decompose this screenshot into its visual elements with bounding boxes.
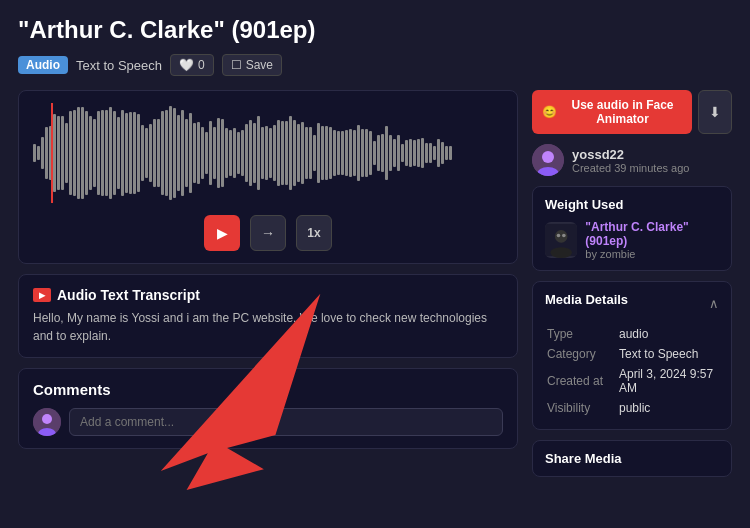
waveform-bar bbox=[213, 127, 216, 178]
waveform-bar bbox=[265, 126, 268, 179]
waveform-bar bbox=[393, 139, 396, 168]
waveform-bar bbox=[253, 123, 256, 184]
waveform-bar bbox=[145, 128, 148, 178]
svg-point-1 bbox=[42, 414, 52, 424]
right-panel: 😊 Use audio in Face Animator ⬇ y bbox=[532, 90, 732, 528]
face-animator-button[interactable]: 😊 Use audio in Face Animator bbox=[532, 90, 692, 134]
download-button[interactable]: ⬇ bbox=[698, 90, 732, 134]
waveform-bar bbox=[445, 146, 448, 160]
type-label: Type bbox=[547, 325, 617, 343]
waveform-bar bbox=[409, 139, 412, 168]
waveform-bar bbox=[397, 135, 400, 170]
transcript-text: Hello, My name is Yossi and i am the PC … bbox=[33, 309, 503, 345]
comments-title: Comments bbox=[33, 381, 503, 398]
next-button[interactable]: → bbox=[250, 215, 286, 251]
speed-button[interactable]: 1x bbox=[296, 215, 332, 251]
like-button[interactable]: 🤍 0 bbox=[170, 54, 214, 76]
share-section: Share Media bbox=[532, 440, 732, 477]
weight-section: Weight Used "Arthur C. Clarke" (901ep) bbox=[532, 186, 732, 271]
svg-point-4 bbox=[542, 151, 554, 163]
waveform-bar bbox=[201, 127, 204, 179]
waveform-bar bbox=[41, 137, 44, 169]
audio-badge[interactable]: Audio bbox=[18, 56, 68, 74]
media-category-row: Category Text to Speech bbox=[547, 345, 717, 363]
waveform-bar bbox=[225, 128, 228, 179]
waveform-bar bbox=[209, 121, 212, 186]
waveform-bar bbox=[373, 141, 376, 164]
save-button[interactable]: ☐ Save bbox=[222, 54, 282, 76]
waveform-bar bbox=[325, 126, 328, 179]
transcript-title: ▶ Audio Text Transcript bbox=[33, 287, 503, 303]
waveform-bar bbox=[289, 116, 292, 190]
waveform-bar bbox=[169, 106, 172, 200]
waveform-bar bbox=[293, 120, 296, 186]
waveform-bar bbox=[101, 110, 104, 196]
save-label: Save bbox=[246, 58, 273, 72]
waveform-bar bbox=[113, 111, 116, 195]
waveform-bar bbox=[73, 110, 76, 196]
waveform-bar bbox=[181, 110, 184, 196]
media-details-header: Media Details ∧ bbox=[545, 292, 719, 315]
waveform-bar bbox=[33, 144, 36, 163]
waveform-bar bbox=[365, 129, 368, 177]
collapse-icon[interactable]: ∧ bbox=[709, 296, 719, 311]
waveform-bar bbox=[277, 120, 280, 186]
waveform-bar bbox=[437, 139, 440, 168]
waveform-bar bbox=[249, 120, 252, 186]
waveform-bar bbox=[69, 111, 72, 195]
svg-point-7 bbox=[555, 230, 568, 243]
waveform-bar bbox=[349, 129, 352, 176]
weight-thumbnail bbox=[545, 222, 577, 258]
left-panel: ▶ → 1x ▶ Audio Text Transcript Hello, My… bbox=[18, 90, 518, 528]
waveform-bar bbox=[221, 119, 224, 188]
waveform-bar bbox=[433, 146, 436, 160]
waveform-bar bbox=[441, 142, 444, 164]
main-content: ▶ → 1x ▶ Audio Text Transcript Hello, My… bbox=[18, 90, 732, 528]
waveform-bar bbox=[357, 125, 360, 181]
comment-input[interactable] bbox=[69, 408, 503, 436]
waveform[interactable] bbox=[33, 103, 503, 203]
transcript-icon: ▶ bbox=[33, 288, 51, 302]
author-box: yossd22 Created 39 minutes ago bbox=[532, 144, 732, 176]
media-details-label: Media Details bbox=[545, 292, 628, 307]
waveform-bar bbox=[257, 116, 260, 190]
waveform-bar bbox=[81, 107, 84, 200]
category-label: Category bbox=[547, 345, 617, 363]
waveform-bar bbox=[297, 124, 300, 182]
waveform-bar bbox=[89, 116, 92, 189]
waveform-bar bbox=[333, 130, 336, 176]
media-details-section: Media Details ∧ Type audio Category Text… bbox=[532, 281, 732, 430]
waveform-bar bbox=[53, 114, 56, 191]
waveform-bar bbox=[361, 129, 364, 178]
play-button[interactable]: ▶ bbox=[204, 215, 240, 251]
created-value: April 3, 2024 9:57 AM bbox=[619, 365, 717, 397]
waveform-bar bbox=[405, 140, 408, 167]
next-icon: → bbox=[261, 225, 275, 241]
author-avatar bbox=[532, 144, 564, 176]
weight-label: Weight Used bbox=[545, 197, 719, 212]
weight-name: "Arthur C. Clarke" (901ep) bbox=[585, 220, 719, 248]
waveform-bar bbox=[229, 130, 232, 177]
waveform-bar bbox=[381, 134, 384, 173]
waveform-bar bbox=[245, 124, 248, 182]
waveform-bar bbox=[109, 107, 112, 199]
waveform-bar bbox=[321, 126, 324, 180]
weight-by: by zombie bbox=[585, 248, 719, 260]
waveform-bar bbox=[197, 122, 200, 184]
waveform-bar bbox=[345, 130, 348, 176]
transcript-heading: Audio Text Transcript bbox=[57, 287, 200, 303]
waveform-bar bbox=[449, 146, 452, 161]
user-avatar bbox=[33, 408, 61, 436]
author-name: yossd22 bbox=[572, 147, 689, 162]
waveform-bar bbox=[425, 143, 428, 162]
waveform-bar bbox=[205, 132, 208, 174]
svg-point-8 bbox=[550, 247, 572, 258]
page-title: "Arthur C. Clarke" (901ep) bbox=[18, 16, 732, 44]
waveform-bar bbox=[329, 127, 332, 179]
waveform-bar bbox=[77, 107, 80, 199]
heart-icon: 🤍 bbox=[179, 58, 194, 72]
waveform-bar bbox=[233, 128, 236, 178]
waveform-bar bbox=[121, 110, 124, 196]
waveform-bar bbox=[177, 115, 180, 191]
face-animator-label: Use audio in Face Animator bbox=[563, 98, 682, 126]
